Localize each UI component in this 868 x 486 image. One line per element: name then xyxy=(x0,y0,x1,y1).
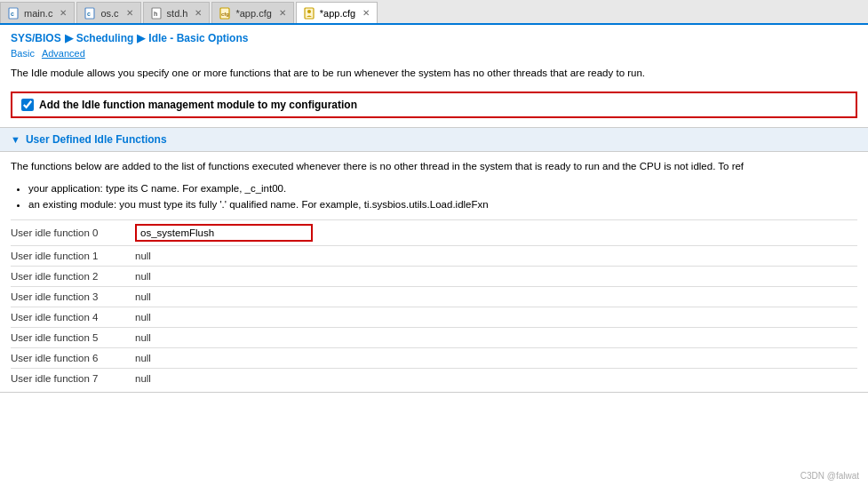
table-row: User idle function 4null xyxy=(11,307,857,328)
svg-text:c: c xyxy=(11,11,14,17)
func-value-5: null xyxy=(135,328,857,348)
udf-title: User Defined Idle Functions xyxy=(26,133,167,146)
func-value-0[interactable] xyxy=(135,220,857,246)
checkbox-section: Add the Idle function management module … xyxy=(11,92,857,118)
table-row: User idle function 1null xyxy=(11,246,857,267)
advanced-link[interactable]: Advanced xyxy=(42,48,85,59)
breadcrumb-sep-1: ▶ xyxy=(65,32,73,44)
udf-body: The functions below are added to the lis… xyxy=(0,152,868,392)
idle-checkbox-label[interactable]: Add the Idle function management module … xyxy=(39,99,357,111)
table-row: User idle function 5null xyxy=(11,328,857,348)
func-value-7: null xyxy=(135,369,857,389)
content-area: SYS/BIOS ▶ Scheduling ▶ Idle - Basic Opt… xyxy=(0,25,868,486)
h-file-icon: h xyxy=(151,7,163,20)
person-cfg-icon xyxy=(304,7,316,20)
func-value-4: null xyxy=(135,307,857,328)
udf-desc: The functions below are added to the lis… xyxy=(11,159,857,174)
func-label-2: User idle function 2 xyxy=(11,267,135,287)
udf-section: ▼ User Defined Idle Functions The functi… xyxy=(0,127,868,393)
udf-bullets: your application: type its C name. For e… xyxy=(11,180,857,213)
svg-text:cfg: cfg xyxy=(221,12,229,17)
tab-main-c-close[interactable]: ✕ xyxy=(60,8,67,18)
tab-os-c[interactable]: c os.c ✕ xyxy=(76,2,140,23)
breadcrumb-part-2[interactable]: Scheduling xyxy=(76,32,134,44)
table-row: User idle function 2null xyxy=(11,267,857,287)
c-file-icon: c xyxy=(8,7,20,20)
func-label-1: User idle function 1 xyxy=(11,246,135,267)
description-text: The Idle module allows you specify one o… xyxy=(0,64,868,88)
idle-checkbox[interactable] xyxy=(21,99,34,111)
tab-os-c-label: os.c xyxy=(100,8,118,19)
c-file-icon-2: c xyxy=(84,7,97,20)
view-links: Basic Advanced xyxy=(0,46,868,64)
cfg-file-icon: cfg xyxy=(219,7,232,20)
tab-app-cfg-1[interactable]: cfg *app.cfg ✕ xyxy=(211,2,293,23)
table-row: User idle function 7null xyxy=(11,369,857,389)
table-row: User idle function 6null xyxy=(11,348,857,369)
svg-point-9 xyxy=(307,10,311,13)
func-value-3: null xyxy=(135,287,857,307)
tab-app-cfg-2-label: *app.cfg xyxy=(320,8,355,19)
table-row: User idle function 3null xyxy=(11,287,857,307)
func-label-7: User idle function 7 xyxy=(11,369,135,389)
udf-bullet-2: an existing module: you must type its fu… xyxy=(28,196,857,212)
func-input-0[interactable] xyxy=(135,224,313,242)
func-label-3: User idle function 3 xyxy=(11,287,135,307)
tab-app-cfg-2-close[interactable]: ✕ xyxy=(362,8,370,18)
tab-bar: c main.c ✕ c os.c ✕ h std.h ✕ cfg xyxy=(0,0,868,25)
basic-link[interactable]: Basic xyxy=(11,48,35,59)
func-label-0: User idle function 0 xyxy=(11,220,135,246)
breadcrumb-part-3: Idle - Basic Options xyxy=(148,32,248,44)
table-row: User idle function 0 xyxy=(11,220,857,246)
collapse-icon[interactable]: ▼ xyxy=(11,134,20,145)
svg-text:c: c xyxy=(87,11,91,17)
tab-std-h-label: std.h xyxy=(167,8,188,19)
tab-app-cfg-2[interactable]: *app.cfg ✕ xyxy=(296,2,378,23)
svg-text:h: h xyxy=(154,11,157,17)
breadcrumb-sep-2: ▶ xyxy=(137,32,145,44)
tab-std-h-close[interactable]: ✕ xyxy=(195,8,202,18)
func-value-2: null xyxy=(135,267,857,287)
tab-main-c-label: main.c xyxy=(24,8,52,19)
func-value-6: null xyxy=(135,348,857,369)
func-label-6: User idle function 6 xyxy=(11,348,135,369)
func-label-5: User idle function 5 xyxy=(11,328,135,348)
func-table: User idle function 0User idle function 1… xyxy=(11,219,857,388)
tab-app-cfg-1-label: *app.cfg xyxy=(235,8,271,19)
tab-os-c-close[interactable]: ✕ xyxy=(126,8,133,18)
breadcrumb: SYS/BIOS ▶ Scheduling ▶ Idle - Basic Opt… xyxy=(0,25,868,46)
tab-app-cfg-1-close[interactable]: ✕ xyxy=(279,8,286,18)
tab-main-c[interactable]: c main.c ✕ xyxy=(0,2,75,23)
func-label-4: User idle function 4 xyxy=(11,307,135,328)
func-value-1: null xyxy=(135,246,857,267)
udf-bullet-1: your application: type its C name. For e… xyxy=(28,180,857,196)
udf-header: ▼ User Defined Idle Functions xyxy=(0,128,868,152)
tab-std-h[interactable]: h std.h ✕ xyxy=(143,2,211,23)
watermark: C3DN @falwat xyxy=(800,471,859,481)
breadcrumb-part-1[interactable]: SYS/BIOS xyxy=(11,32,61,44)
